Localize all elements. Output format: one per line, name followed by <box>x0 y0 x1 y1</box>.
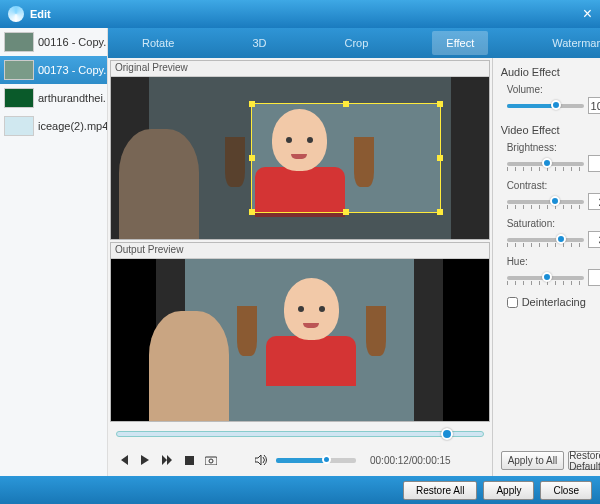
sidebar-item-label: 00116 - Copy... <box>38 36 107 48</box>
deinterlace-label: Deinterlacing <box>522 296 586 308</box>
output-video <box>111 259 489 421</box>
close-icon[interactable]: × <box>583 5 592 23</box>
saturation-slider[interactable] <box>507 238 584 242</box>
volume-icon[interactable] <box>254 453 268 467</box>
close-button[interactable]: Close <box>540 481 592 500</box>
stop-icon[interactable] <box>182 453 196 467</box>
play-icon[interactable] <box>138 453 152 467</box>
saturation-spinner[interactable]: 37▲▼ <box>588 231 600 248</box>
restore-defaults-button[interactable]: Restore Defaults <box>568 451 600 470</box>
brightness-slider[interactable] <box>507 162 584 166</box>
apply-to-all-button[interactable]: Apply to All <box>501 451 565 470</box>
crop-handle[interactable] <box>249 155 255 161</box>
original-preview: Original Preview <box>110 60 490 240</box>
crop-handle[interactable] <box>343 101 349 107</box>
file-sidebar: 00116 - Copy... 00173 - Copy... arthuran… <box>0 28 108 476</box>
slider-knob[interactable] <box>542 272 552 282</box>
crop-handle[interactable] <box>343 209 349 215</box>
prev-icon[interactable] <box>116 453 130 467</box>
hue-slider[interactable] <box>507 276 584 280</box>
contrast-spinner[interactable]: 20▲▼ <box>588 193 600 210</box>
brightness-spinner[interactable]: 0▲▼ <box>588 155 600 172</box>
tab-crop[interactable]: Crop <box>330 31 382 55</box>
contrast-slider[interactable] <box>507 200 584 204</box>
svg-rect-1 <box>205 457 217 465</box>
slider-knob[interactable] <box>542 158 552 168</box>
saturation-label: Saturation: <box>507 218 600 229</box>
deinterlace-input[interactable] <box>507 297 518 308</box>
footer: Restore All Apply Close <box>0 476 600 504</box>
volume-slider[interactable] <box>276 458 356 463</box>
output-preview-label: Output Preview <box>111 243 489 259</box>
svg-rect-0 <box>185 456 194 465</box>
slider-knob[interactable] <box>550 196 560 206</box>
slider-knob[interactable] <box>556 234 566 244</box>
tab-rotate[interactable]: Rotate <box>128 31 188 55</box>
timeline-slider[interactable] <box>116 431 484 437</box>
next-icon[interactable] <box>160 453 174 467</box>
tab-bar: Rotate 3D Crop Effect Watermark <box>108 28 600 58</box>
effects-panel: Audio Effect Volume: 100%▲▼ Video Effect… <box>492 58 600 476</box>
crop-rectangle[interactable] <box>251 103 441 213</box>
tab-3d[interactable]: 3D <box>238 31 280 55</box>
original-preview-label: Original Preview <box>111 61 489 77</box>
thumb-icon <box>4 88 34 108</box>
output-preview: Output Preview <box>110 242 490 422</box>
crop-handle[interactable] <box>437 155 443 161</box>
contrast-label: Contrast: <box>507 180 600 191</box>
tab-effect[interactable]: Effect <box>432 31 488 55</box>
thumb-icon <box>4 116 34 136</box>
sidebar-item-label: 00173 - Copy... <box>38 64 107 76</box>
sidebar-item-2[interactable]: arthurandthei... <box>0 84 107 112</box>
timeline-knob[interactable] <box>441 428 453 440</box>
crop-handle[interactable] <box>249 209 255 215</box>
titlebar: Edit × <box>0 0 600 28</box>
volume-spinner[interactable]: 100%▲▼ <box>588 97 600 114</box>
brightness-label: Brightness: <box>507 142 600 153</box>
sidebar-item-1[interactable]: 00173 - Copy... <box>0 56 107 84</box>
sidebar-item-label: arthurandthei... <box>38 92 107 104</box>
svg-point-2 <box>209 459 213 463</box>
volume-effect-slider[interactable] <box>507 104 584 108</box>
video-effect-title: Video Effect <box>501 124 600 136</box>
snapshot-icon[interactable] <box>204 453 218 467</box>
thumb-icon <box>4 32 34 52</box>
original-video[interactable] <box>111 77 489 239</box>
sidebar-item-3[interactable]: iceage(2).mp4 <box>0 112 107 140</box>
crop-handle[interactable] <box>437 209 443 215</box>
volume-label: Volume: <box>507 84 600 95</box>
window-title: Edit <box>30 8 51 20</box>
sidebar-item-0[interactable]: 00116 - Copy... <box>0 28 107 56</box>
apply-button[interactable]: Apply <box>483 481 534 500</box>
sidebar-item-label: iceage(2).mp4 <box>38 120 107 132</box>
time-display: 00:00:12/00:00:15 <box>370 455 451 466</box>
thumb-icon <box>4 60 34 80</box>
restore-all-button[interactable]: Restore All <box>403 481 477 500</box>
deinterlace-checkbox[interactable]: Deinterlacing <box>501 296 600 308</box>
app-logo-icon <box>8 6 24 22</box>
slider-knob[interactable] <box>551 100 561 110</box>
tab-watermark[interactable]: Watermark <box>538 31 600 55</box>
hue-spinner[interactable]: 0▲▼ <box>588 269 600 286</box>
volume-knob[interactable] <box>322 455 331 464</box>
crop-handle[interactable] <box>437 101 443 107</box>
hue-label: Hue: <box>507 256 600 267</box>
audio-effect-title: Audio Effect <box>501 66 600 78</box>
crop-handle[interactable] <box>249 101 255 107</box>
